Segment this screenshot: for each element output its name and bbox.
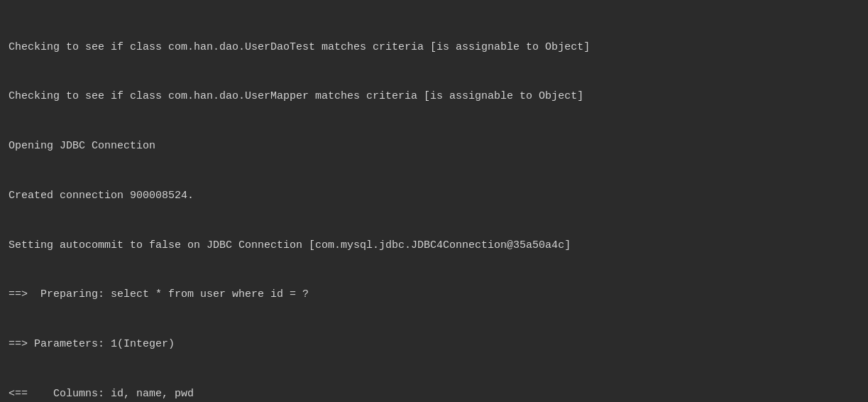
log-line-1: Checking to see if class com.han.dao.Use… xyxy=(9,39,859,55)
log-line-7: ==> Parameters: 1(Integer) xyxy=(9,336,859,352)
console-output: Checking to see if class com.han.dao.Use… xyxy=(0,0,868,402)
log-line-4: Created connection 900008524. xyxy=(9,188,859,204)
log-line-2: Checking to see if class com.han.dao.Use… xyxy=(9,88,859,104)
log-line-3: Opening JDBC Connection xyxy=(9,138,859,154)
log-line-5: Setting autocommit to false on JDBC Conn… xyxy=(9,237,859,254)
log-line-8: <== Columns: id, name, pwd xyxy=(9,386,859,402)
log-line-6: ==> Preparing: select * from user where … xyxy=(9,286,859,303)
